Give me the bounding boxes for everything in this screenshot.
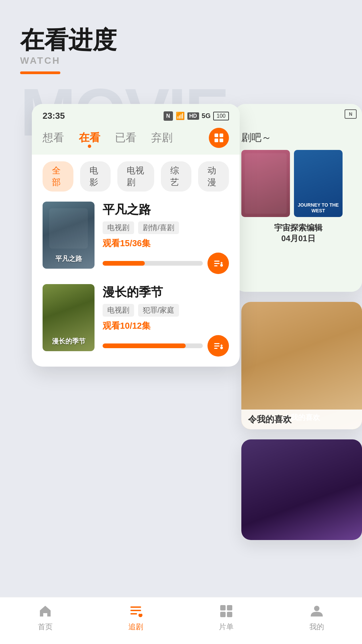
nav-item-profile[interactable]: 我的 bbox=[272, 603, 362, 632]
page-title: 在看进度 bbox=[20, 27, 117, 53]
svg-rect-16 bbox=[130, 613, 137, 614]
5g-icon: 5G bbox=[202, 112, 211, 120]
right-card-top: N 剧吧～ 宇宙探索编辑 04月01日 bbox=[235, 104, 362, 292]
progress-row-pfzl bbox=[103, 253, 229, 274]
user-icon bbox=[309, 603, 325, 619]
header-underline bbox=[20, 71, 60, 74]
playlist-icon-2 bbox=[213, 340, 224, 351]
svg-rect-11 bbox=[214, 348, 218, 349]
right-card-label: 剧吧～ bbox=[241, 131, 355, 145]
nav-label-profile: 我的 bbox=[309, 622, 324, 632]
movie-title-mczj: 漫长的季节 bbox=[103, 284, 229, 301]
playlist-button-mczj[interactable] bbox=[207, 335, 229, 357]
svg-rect-21 bbox=[227, 605, 232, 610]
status-icons: N 📶 HD 5G 100 bbox=[164, 111, 229, 121]
list-icon bbox=[128, 603, 144, 619]
chip-all[interactable]: 全部 bbox=[43, 161, 73, 192]
tabs-area: 想看 在看 已看 弃剧 bbox=[32, 124, 240, 155]
right-card-bottom: 更多 › bbox=[241, 439, 362, 540]
right-poster-journey bbox=[294, 150, 343, 217]
tag-tv-2: 电视剧 bbox=[103, 304, 134, 317]
grid-icon bbox=[214, 132, 224, 143]
progress-bar-fill-pfzl bbox=[103, 261, 145, 266]
nfc-icon: N bbox=[345, 109, 357, 119]
movie-info-pfzl: 平凡之路 电视剧 剧情/喜剧 观看15/36集 bbox=[103, 202, 229, 274]
tag-genre-2: 犯罪/家庭 bbox=[138, 304, 179, 317]
tab-want-to-watch[interactable]: 想看 bbox=[43, 130, 64, 145]
nav-label-home: 首页 bbox=[38, 622, 53, 632]
nav-item-tracking[interactable]: 追剧 bbox=[90, 603, 181, 632]
svg-rect-14 bbox=[130, 606, 141, 608]
movie-title-pfzl: 平凡之路 bbox=[103, 202, 229, 218]
movie-tags-mczj: 电视剧 犯罪/家庭 bbox=[103, 304, 229, 317]
playlist-icon bbox=[213, 258, 224, 269]
status-bar: 23:35 N 📶 HD 5G 100 bbox=[32, 104, 240, 124]
svg-rect-1 bbox=[220, 133, 223, 137]
svg-rect-23 bbox=[227, 612, 232, 617]
svg-rect-15 bbox=[130, 610, 141, 611]
movie-list: 平凡之路 电视剧 剧情/喜剧 观看15/36集 bbox=[32, 198, 240, 367]
progress-text-pfzl: 观看15/36集 bbox=[103, 237, 229, 249]
svg-rect-9 bbox=[214, 343, 220, 344]
progress-bar-fill-mczj bbox=[103, 343, 186, 348]
movie-tags-pfzl: 电视剧 剧情/喜剧 bbox=[103, 221, 229, 234]
progress-text-mczj: 观看10/12集 bbox=[103, 320, 229, 332]
svg-point-24 bbox=[314, 606, 319, 611]
playlist-button-pfzl[interactable] bbox=[207, 253, 229, 274]
svg-rect-0 bbox=[215, 133, 218, 137]
filter-chips: 全部 电影 电视剧 综艺 动漫 bbox=[32, 155, 240, 198]
chip-tv[interactable]: 电视剧 bbox=[117, 161, 154, 192]
tag-genre: 剧情/喜剧 bbox=[138, 221, 179, 234]
battery-icon: 100 bbox=[213, 112, 229, 120]
svg-rect-3 bbox=[220, 139, 223, 142]
tab-watched[interactable]: 已看 bbox=[115, 130, 136, 145]
hd-badge: HD bbox=[187, 112, 199, 120]
tab-dropped[interactable]: 弃剧 bbox=[151, 130, 173, 145]
movie-item-mczj: 漫长的季节 电视剧 犯罪/家庭 观看10/12集 bbox=[43, 284, 229, 357]
progress-row-mczj bbox=[103, 335, 229, 357]
chip-movie[interactable]: 电影 bbox=[80, 161, 111, 192]
svg-rect-2 bbox=[215, 139, 218, 142]
right-card-date: 宇宙探索编辑 04月01日 bbox=[241, 222, 355, 244]
svg-rect-4 bbox=[214, 261, 220, 262]
inner-poster-2 bbox=[241, 439, 362, 540]
svg-rect-6 bbox=[214, 265, 218, 266]
movie-poster-mczj[interactable] bbox=[43, 284, 95, 351]
tabs-list: 想看 在看 已看 弃剧 bbox=[43, 130, 173, 145]
nav-label-tracking: 追剧 bbox=[128, 622, 143, 632]
svg-rect-10 bbox=[214, 345, 220, 346]
movie-info-mczj: 漫长的季节 电视剧 犯罪/家庭 观看10/12集 bbox=[103, 284, 229, 357]
progress-bar-bg-pfzl bbox=[103, 261, 203, 266]
header: 在看进度 WATCH bbox=[20, 27, 117, 74]
svg-marker-19 bbox=[139, 612, 142, 614]
svg-rect-20 bbox=[220, 605, 226, 610]
svg-rect-5 bbox=[214, 263, 220, 264]
home-icon bbox=[37, 603, 53, 619]
nfc-status-icon: N bbox=[164, 111, 173, 121]
movie-item-pfzl: 平凡之路 电视剧 剧情/喜剧 观看15/36集 bbox=[43, 202, 229, 274]
right-card-posters bbox=[241, 150, 355, 217]
right-poster-drama bbox=[241, 150, 290, 217]
right-middle-label: 令我的喜欢 bbox=[241, 410, 362, 429]
tab-watching[interactable]: 在看 bbox=[79, 130, 100, 145]
chip-variety[interactable]: 综艺 bbox=[161, 161, 192, 192]
grid-button[interactable] bbox=[209, 128, 229, 148]
movie-poster-pfzl[interactable] bbox=[43, 202, 95, 269]
svg-rect-22 bbox=[220, 612, 226, 617]
main-card: 23:35 N 📶 HD 5G 100 想看 在看 已看 弃剧 bbox=[32, 104, 240, 367]
page-subtitle: WATCH bbox=[20, 55, 117, 66]
chip-anime[interactable]: 动漫 bbox=[198, 161, 229, 192]
nav-item-home[interactable]: 首页 bbox=[0, 603, 90, 632]
progress-bar-bg-mczj bbox=[103, 343, 203, 348]
nav-item-list[interactable]: 片单 bbox=[181, 603, 272, 632]
nav-label-list: 片单 bbox=[219, 622, 234, 632]
right-card-middle: 更多 › 令我的喜欢 bbox=[241, 302, 362, 429]
grid-nav-icon bbox=[218, 603, 234, 619]
bottom-nav: 首页 追剧 片单 bbox=[0, 597, 362, 644]
wifi-icon: 📶 bbox=[176, 112, 185, 120]
status-time: 23:35 bbox=[43, 111, 65, 121]
tag-tv: 电视剧 bbox=[103, 221, 134, 234]
